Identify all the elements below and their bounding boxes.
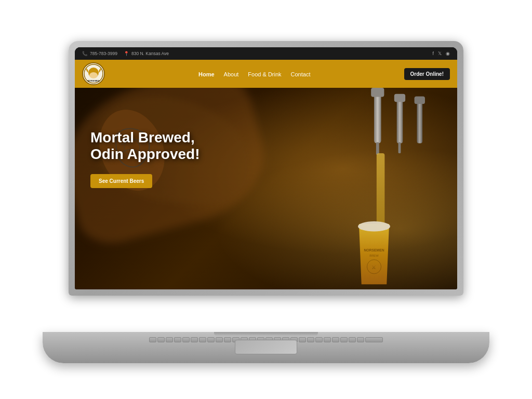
key (149, 337, 156, 342)
svg-text:BREW: BREW (369, 254, 379, 257)
hero-headline-line2: Odin Approved! (90, 146, 200, 162)
key (157, 337, 165, 342)
address-text: 830 N. Kansas Ave (131, 51, 169, 56)
nav-link-home[interactable]: Home (198, 71, 215, 77)
key (299, 337, 306, 342)
order-online-button[interactable]: Order Online! (404, 68, 450, 80)
key (191, 337, 198, 342)
svg-text:NORSEMEN: NORSEMEN (364, 248, 384, 252)
key (357, 337, 364, 342)
key (166, 337, 173, 342)
top-bar: 📞 785-783-3999 📍 830 N. Kansas Ave f 𝕏 ◉ (75, 47, 457, 60)
svg-rect-10 (397, 98, 403, 143)
phone-number: 785-783-3999 (90, 51, 117, 56)
key (207, 337, 215, 342)
svg-rect-8 (371, 88, 384, 97)
svg-rect-13 (417, 100, 422, 143)
navbar: NORSEMEN Home About Food & Drink (75, 60, 457, 88)
svg-text:NORSEMEN: NORSEMEN (87, 79, 99, 82)
svg-rect-11 (394, 94, 405, 102)
address-info: 📍 830 N. Kansas Ave (124, 51, 169, 56)
laptop-mockup: 📞 785-783-3999 📍 830 N. Kansas Ave f 𝕏 ◉ (43, 31, 489, 368)
location-icon: 📍 (124, 51, 129, 56)
see-current-beers-button[interactable]: See Current Beers (90, 174, 152, 188)
key-backspace (365, 337, 383, 342)
twitter-icon[interactable]: 𝕏 (438, 51, 442, 56)
svg-point-3 (89, 72, 98, 78)
nav-link-food-drink[interactable]: Food & Drink (248, 71, 281, 77)
trackpad[interactable] (235, 340, 297, 354)
facebook-icon[interactable]: f (432, 51, 434, 56)
svg-rect-15 (377, 153, 385, 229)
social-links[interactable]: f 𝕏 ◉ (432, 51, 450, 56)
svg-rect-12 (398, 142, 401, 153)
key (307, 337, 314, 342)
top-bar-left: 📞 785-783-3999 📍 830 N. Kansas Ave (82, 51, 169, 56)
nav-item-contact[interactable]: Contact (291, 69, 311, 78)
svg-text:⚔: ⚔ (372, 264, 377, 270)
instagram-icon[interactable]: ◉ (446, 51, 450, 56)
key (349, 337, 356, 342)
nav-item-about[interactable]: About (224, 69, 239, 78)
nav-item-food-drink[interactable]: Food & Drink (248, 69, 281, 78)
screen: 📞 785-783-3999 📍 830 N. Kansas Ave f 𝕏 ◉ (75, 47, 457, 289)
beer-tap-svg: NORSEMEN BREW ⚔ (301, 88, 447, 289)
laptop-lid: 📞 785-783-3999 📍 830 N. Kansas Ave f 𝕏 ◉ (69, 41, 463, 296)
nav-link-about[interactable]: About (224, 71, 239, 77)
key (340, 337, 348, 342)
logo-svg: NORSEMEN (84, 64, 103, 84)
key (224, 337, 231, 342)
nav-item-home[interactable]: Home (198, 69, 215, 78)
hero-headline: Mortal Brewed, Odin Approved! (90, 129, 200, 163)
svg-rect-14 (415, 96, 425, 104)
key (174, 337, 181, 342)
logo-area[interactable]: NORSEMEN (82, 62, 105, 85)
key (315, 337, 323, 342)
hero-section: NORSEMEN BREW ⚔ (75, 88, 457, 289)
nav-link-contact[interactable]: Contact (291, 71, 311, 77)
key (182, 337, 190, 342)
svg-point-16 (358, 221, 390, 231)
hero-headline-line1: Mortal Brewed, (90, 129, 195, 145)
key (324, 337, 331, 342)
phone-icon: 📞 (82, 51, 88, 56)
key (332, 337, 339, 342)
key (216, 337, 223, 342)
laptop-base (43, 332, 489, 363)
svg-rect-7 (374, 93, 381, 143)
hero-content: Mortal Brewed, Odin Approved! See Curren… (90, 129, 200, 188)
nav-links: Home About Food & Drink Contact (198, 69, 310, 78)
phone-info: 📞 785-783-3999 (82, 51, 117, 56)
logo-circle: NORSEMEN (82, 62, 105, 85)
svg-rect-9 (376, 142, 379, 155)
laptop-bezel: 📞 785-783-3999 📍 830 N. Kansas Ave f 𝕏 ◉ (75, 47, 457, 289)
key (199, 337, 206, 342)
